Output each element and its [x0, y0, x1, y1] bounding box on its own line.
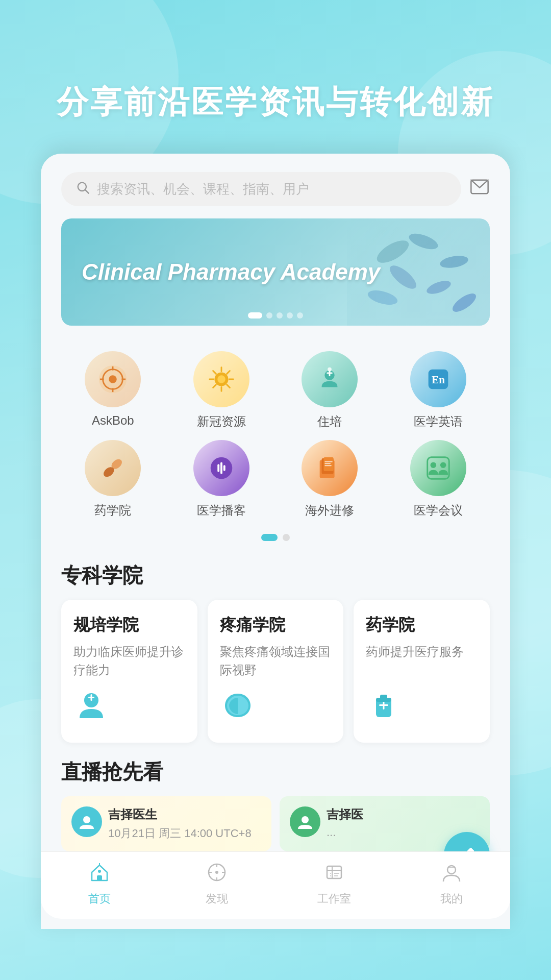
svg-line-24 — [227, 384, 230, 387]
conference-label: 医学会议 — [414, 502, 463, 519]
banner-dot-1 — [248, 312, 262, 318]
live-section-title: 直播抢先看 — [61, 758, 163, 786]
pain-card-icon — [220, 688, 332, 730]
nav-item-workspace[interactable]: 工作室 — [276, 852, 393, 919]
nav-item-profile[interactable]: 我的 — [393, 852, 510, 919]
svg-line-25 — [227, 371, 230, 374]
pharm-card-title: 药学院 — [366, 614, 478, 636]
english-icon-circle: En — [410, 351, 466, 407]
profile-label: 我的 — [440, 891, 463, 906]
banner[interactable]: Clinical Pharmacy Academy — [61, 218, 490, 326]
askbob-label: AskBob — [92, 413, 134, 428]
svg-rect-37 — [220, 462, 222, 474]
page-indicator — [41, 529, 510, 551]
guipei-card-title: 规培学院 — [73, 614, 185, 636]
svg-point-5 — [439, 254, 469, 270]
home-icon — [89, 862, 110, 887]
live-card-strip: 吉择医生 10月21日 周三 14:00 UTC+8 吉择医 ... — [61, 796, 490, 851]
banner-dot-3 — [277, 312, 283, 318]
icon-item-overseas[interactable]: 海外进修 — [278, 440, 382, 519]
icon-item-zhupei[interactable]: 住培 — [278, 351, 382, 430]
icon-item-podcast[interactable]: 医学播客 — [170, 440, 273, 519]
specialty-section-title: 专科学院 — [41, 551, 510, 600]
live-info-1: 吉择医生 10月21日 周三 14:00 UTC+8 — [108, 806, 261, 841]
nav-item-discover[interactable]: 发现 — [158, 852, 276, 919]
svg-rect-50 — [91, 694, 92, 701]
live-avatar-2 — [290, 806, 320, 837]
banner-dot-2 — [266, 312, 272, 318]
search-icon — [76, 180, 90, 198]
svg-point-7 — [425, 278, 453, 297]
specialty-card-pharm[interactable]: 药学院 药师提升医疗服务 — [354, 600, 490, 743]
svg-point-75 — [447, 866, 456, 874]
guipei-card-icon — [73, 688, 185, 730]
svg-point-63 — [215, 871, 218, 874]
overseas-label: 海外进修 — [305, 502, 354, 519]
svg-line-23 — [213, 371, 216, 374]
pharmacy-icon-circle — [85, 440, 141, 496]
guipei-card-desc: 助力临床医师提升诊疗能力 — [73, 643, 185, 679]
svg-point-47 — [440, 462, 446, 468]
discover-icon — [207, 862, 227, 887]
podcast-icon-circle — [193, 440, 249, 496]
live-avatar-1 — [71, 806, 102, 837]
search-placeholder-text: 搜索资讯、机会、课程、指南、用户 — [97, 180, 309, 198]
mail-icon[interactable] — [469, 177, 490, 202]
page-dot-1 — [261, 534, 278, 541]
live-name-2: 吉择医 — [327, 806, 480, 823]
svg-rect-43 — [325, 463, 331, 464]
live-header: 直播抢先看 — [61, 758, 490, 786]
svg-line-26 — [213, 384, 216, 387]
workspace-label: 工作室 — [317, 891, 351, 906]
svg-point-18 — [217, 375, 225, 383]
profile-icon — [441, 862, 462, 887]
nav-item-home[interactable]: 首页 — [41, 852, 158, 919]
live-card-1[interactable]: 吉择医生 10月21日 周三 14:00 UTC+8 — [61, 796, 271, 851]
svg-point-0 — [78, 182, 86, 190]
svg-point-57 — [302, 816, 309, 823]
specialty-card-guipei[interactable]: 规培学院 助力临床医师提升诊疗能力 — [61, 600, 197, 743]
search-bar: 搜索资讯、机会、课程、指南、用户 — [41, 154, 510, 218]
app-card: 搜索资讯、机会、课程、指南、用户 Clinical Pharmacy Acade… — [41, 154, 510, 929]
svg-rect-38 — [223, 465, 226, 471]
svg-rect-55 — [376, 698, 391, 702]
svg-point-9 — [450, 290, 479, 315]
english-label: 医学英语 — [414, 413, 463, 430]
svg-line-1 — [86, 190, 89, 193]
svg-point-30 — [328, 367, 332, 371]
specialty-card-pain[interactable]: 疼痛学院 聚焦疼痛领域连接国际视野 — [208, 600, 344, 743]
banner-dots — [248, 312, 303, 318]
discover-label: 发现 — [206, 891, 228, 906]
banner-title: Clinical Pharmacy Academy — [61, 257, 400, 286]
pain-card-title: 疼痛学院 — [220, 614, 332, 636]
icon-item-conference[interactable]: 医学会议 — [387, 440, 490, 519]
svg-rect-36 — [217, 464, 219, 472]
svg-rect-42 — [325, 461, 333, 462]
zhupei-label: 住培 — [317, 413, 342, 430]
hero-title: 分享前沿医学资讯与转化创新 — [0, 0, 551, 154]
podcast-label: 医学播客 — [197, 502, 246, 519]
pharm-card-desc: 药师提升医疗服务 — [366, 643, 478, 661]
conference-icon-circle — [410, 440, 466, 496]
covid-icon-circle — [193, 351, 249, 407]
askbob-icon-circle — [85, 351, 141, 407]
overseas-icon-circle — [302, 440, 358, 496]
svg-point-46 — [430, 462, 436, 468]
icon-grid: AskBob 新冠资源 — [41, 341, 510, 529]
svg-rect-68 — [327, 866, 341, 878]
pharm-card-icon — [366, 688, 478, 730]
svg-point-12 — [109, 375, 117, 383]
icon-item-askbob[interactable]: AskBob — [61, 351, 165, 430]
pain-card-desc: 聚焦疼痛领域连接国际视野 — [220, 643, 332, 679]
svg-text:En: En — [432, 373, 445, 385]
zhupei-icon-circle — [302, 351, 358, 407]
pharmacy-label: 药学院 — [94, 502, 131, 519]
search-input-wrap[interactable]: 搜索资讯、机会、课程、指南、用户 — [61, 172, 461, 206]
covid-label: 新冠资源 — [197, 413, 246, 430]
icon-item-english[interactable]: En 医学英语 — [387, 351, 490, 430]
svg-rect-44 — [325, 465, 332, 466]
banner-dot-4 — [287, 312, 293, 318]
home-label: 首页 — [88, 891, 111, 906]
icon-item-covid[interactable]: 新冠资源 — [170, 351, 273, 430]
icon-item-pharmacy[interactable]: 药学院 — [61, 440, 165, 519]
